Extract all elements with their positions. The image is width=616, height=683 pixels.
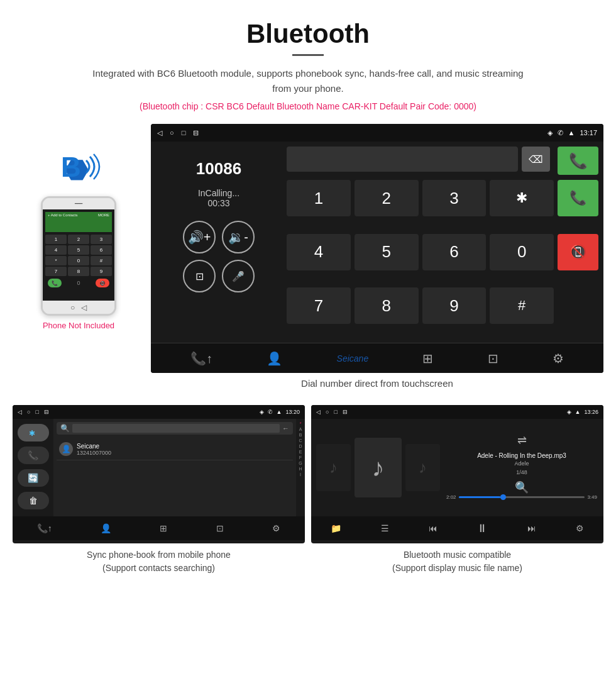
music-home[interactable]: ○ [326,409,329,415]
music-play-pause-icon[interactable]: ⏸ [476,522,488,535]
music-search-icon[interactable]: 🔍 [515,480,529,494]
pb-back[interactable]: ◁ [18,409,22,415]
pb-alpha-h[interactable]: H [299,467,302,471]
phone-key-9b[interactable]: 9 [91,267,112,276]
pb-alpha-c[interactable]: C [299,438,302,443]
pb-bottom-bar: 📞↑ 👤 ⊞ ⊡ ⚙ [13,516,305,540]
phone-key-5[interactable]: 5 [68,245,89,255]
transfer-btn[interactable]: ⊡ [183,260,216,292]
header-specs: (Bluetooth chip : CSR BC6 Default Blueto… [13,101,603,111]
pb-alpha-g[interactable]: G [299,461,302,465]
phone-key-9[interactable]: # [91,256,112,265]
phone-key-8b[interactable]: 8 [68,267,89,276]
volume-down-btn[interactable]: 🔉- [222,221,255,253]
phone-key-4[interactable]: 4 [45,245,67,255]
music-album-right: ♪ [405,444,440,491]
music-back[interactable]: ◁ [316,409,321,415]
bottom-transfer-icon[interactable]: ⊡ [488,351,498,366]
pb-back-arrow[interactable]: ← [282,425,289,432]
music-progress-track[interactable] [459,496,585,498]
status-back-icon[interactable]: ◁ [157,129,162,137]
phone-key-7b[interactable]: 7 [45,267,67,276]
bottom-call-icon[interactable]: 📞↑ [190,351,212,366]
pb-notif[interactable]: ⊟ [44,409,49,415]
phone-call-button[interactable]: 📞 [48,279,62,287]
pb-search-input[interactable] [72,424,280,433]
call-green-btn-right[interactable]: 📞 [558,180,598,216]
pb-alpha-star[interactable]: * [300,421,302,426]
phone-zero-key[interactable]: 0 [77,279,80,287]
pb-sync-btn[interactable]: 🔄 [18,469,49,487]
phone-end-button[interactable]: 📵 [96,279,109,287]
pb-delete-btn[interactable]: 🗑 [18,492,49,509]
dial-backspace-btn[interactable]: ⌫ [522,147,550,172]
key-8[interactable]: 8 [355,287,419,324]
music-prev-icon[interactable]: ⏮ [429,523,437,533]
bottom-settings-icon[interactable]: ⚙ [553,351,564,366]
status-recent-icon[interactable]: □ [182,129,186,137]
call-green-button[interactable]: 📞 [558,147,598,175]
bottom-contacts-icon[interactable]: 👤 [267,351,282,366]
pb-alpha-b[interactable]: B [299,433,302,437]
transfer-icon: ⊡ [195,270,204,282]
mute-btn[interactable]: 🎤 [222,260,255,292]
music-recent[interactable]: □ [334,409,337,415]
key-1[interactable]: 1 [287,180,351,216]
pb-contact-row[interactable]: 👤 Seicane 13241007000 [57,438,293,460]
music-bottom-bar: 📁 ☰ ⏮ ⏸ ⏭ ⚙ [311,516,603,540]
status-home-icon[interactable]: ○ [170,129,174,137]
dial-input-field[interactable] [287,147,518,172]
music-folder-icon[interactable]: 📁 [331,523,341,533]
music-caption-text: Bluetooth music compatible(Support displ… [392,550,522,573]
phone-top-bar: ━━━ [43,198,114,209]
phone-key-6[interactable]: 6 [91,245,112,255]
phone-key-3[interactable]: 3 [91,235,112,244]
music-list-icon[interactable]: ☰ [381,523,389,533]
key-5[interactable]: 5 [355,234,419,270]
phone-key-7[interactable]: * [45,256,67,265]
music-body: ♪ ♪ ♪ ⇌ Adele - Rolling In the Deep.mp3 … [311,419,603,516]
phone-key-1[interactable]: 1 [45,235,67,244]
pb-search-icon[interactable]: 🔍 [60,424,70,433]
key-2[interactable]: 2 [355,180,419,216]
pb-home[interactable]: ○ [27,409,30,415]
key-star[interactable]: ✱ [490,180,554,216]
music-eq-icon[interactable]: ⚙ [576,523,584,533]
music-next-icon[interactable]: ⏭ [527,523,536,533]
pb-recent[interactable]: □ [35,409,38,415]
pb-bottom-settings[interactable]: ⚙ [272,523,280,533]
pb-alpha-e[interactable]: E [299,450,302,454]
key-hash[interactable]: # [490,287,554,324]
bottom-row: ◁ ○ □ ⊟ ◈ ✆ ▲ 13:20 ✱ [0,405,616,575]
pb-alpha-i[interactable]: I [300,472,301,477]
pb-phone-icon: ✆ [268,409,273,415]
phone-key-8[interactable]: 0 [68,256,89,265]
pb-alpha-d[interactable]: D [299,444,302,448]
pb-alpha-a[interactable]: A [299,427,302,431]
pb-bottom-dialpad[interactable]: ⊞ [160,523,167,533]
key-4[interactable]: 4 [287,234,351,270]
key-6[interactable]: 6 [422,234,487,270]
pb-bottom-call[interactable]: 📞↑ [37,523,52,533]
music-shuffle-icon[interactable]: ⇌ [517,433,527,447]
pb-alpha-f[interactable]: F [299,455,302,460]
pb-bottom-transfer[interactable]: ⊡ [216,523,224,533]
phone-number-display [45,218,112,232]
end-call-btn[interactable]: 📵 [558,234,598,270]
phone-key-2[interactable]: 2 [68,235,89,244]
bottom-dialpad-icon[interactable]: ⊞ [422,351,433,366]
key-7[interactable]: 7 [287,287,351,324]
phone-home-btn[interactable]: ○ [70,303,75,312]
key-9[interactable]: 9 [422,287,487,324]
key-3[interactable]: 3 [422,180,487,216]
dial-caption: Dial number direct from touchscreen [151,378,603,389]
pb-bottom-contacts[interactable]: 👤 [101,523,111,533]
pb-phone-btn[interactable]: 📞 [18,447,49,464]
music-notif[interactable]: ⊟ [343,409,348,415]
phone-back-btn[interactable]: ◁ [81,303,87,312]
pb-bluetooth-btn[interactable]: ✱ [18,424,49,441]
dialpad-area: 1 2 3 ✱ 📞 4 5 6 0 📵 [287,180,598,338]
status-screenshot-icon[interactable]: ⊟ [193,129,199,137]
volume-up-btn[interactable]: 🔊+ [183,221,216,253]
key-0[interactable]: 0 [490,234,554,270]
